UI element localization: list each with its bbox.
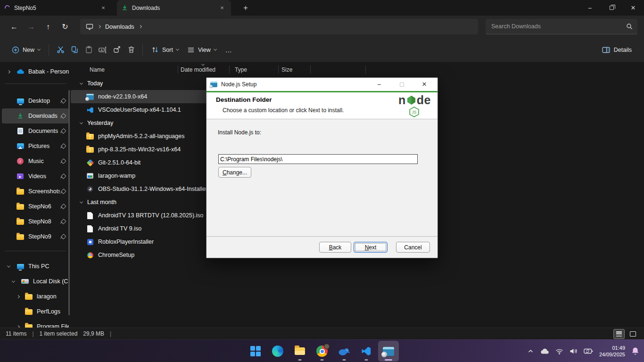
chrome-taskbar-button[interactable] — [312, 341, 332, 362]
dialog-minimize-button[interactable]: − — [370, 78, 388, 90]
close-button[interactable]: × — [622, 0, 644, 16]
pin-icon — [58, 173, 66, 180]
column-divider[interactable] — [310, 66, 311, 74]
tab-close-icon[interactable]: × — [99, 4, 107, 11]
tab-close-icon[interactable]: × — [218, 4, 226, 11]
details-label: Details — [614, 47, 632, 53]
sidebar-item-this-pc[interactable]: This PC — [2, 259, 69, 274]
selection-size: 29,9 MB — [83, 330, 104, 337]
cut-button[interactable] — [53, 43, 67, 57]
search-box[interactable] — [486, 19, 637, 34]
sidebar-item-downloads[interactable]: Downloads — [2, 108, 69, 123]
sidebar-scrollbar[interactable] — [68, 90, 70, 315]
start-button[interactable] — [245, 341, 266, 362]
copy-button[interactable] — [67, 43, 82, 57]
dialog-body: Install Node.js to: Change... — [206, 119, 438, 237]
dialog-close-button[interactable]: × — [415, 78, 434, 90]
dialog-title-bar[interactable]: Node.js Setup − × — [206, 78, 438, 91]
column-header-size[interactable]: Size — [281, 66, 292, 73]
details-view-icon — [616, 331, 622, 337]
refresh-button[interactable]: ↻ — [57, 19, 74, 35]
chevron-down-icon[interactable] — [7, 264, 10, 267]
sidebar-item-laragon[interactable]: laragon — [2, 289, 69, 304]
new-tab-button[interactable]: + — [238, 0, 254, 16]
onedrive-tray-icon[interactable] — [540, 348, 549, 354]
iso-file-icon — [86, 212, 94, 219]
destination-path-input[interactable] — [218, 154, 418, 164]
column-header-date-modified[interactable]: Date modified — [181, 66, 215, 73]
msi-installer-icon — [86, 94, 94, 100]
change-button[interactable]: Change... — [218, 167, 251, 178]
vscode-taskbar-button[interactable] — [356, 341, 377, 362]
back-button[interactable]: ← — [6, 19, 23, 35]
up-button[interactable]: ↑ — [40, 19, 57, 35]
clock[interactable]: 01:49 24/09/2025 — [599, 345, 625, 358]
file-explorer-taskbar-button[interactable] — [289, 341, 310, 362]
column-header-type[interactable]: Type — [235, 66, 247, 73]
sidebar-item-videos[interactable]: Videos — [2, 169, 69, 184]
wifi-icon[interactable] — [555, 348, 563, 354]
notification-bell-icon[interactable] — [631, 347, 639, 355]
sidebar-item-pictures[interactable]: Pictures — [2, 139, 69, 154]
pin-icon — [58, 112, 66, 120]
tab-stepno5[interactable]: StepNo5 × — [0, 0, 112, 16]
column-divider[interactable] — [178, 66, 178, 74]
minimize-button[interactable]: − — [579, 0, 601, 16]
dialog-header: Destination Folder Choose a custom locat… — [206, 92, 438, 119]
sidebar-item-stepno8[interactable]: StepNo8 — [2, 214, 69, 229]
column-header-name[interactable]: Name — [90, 66, 105, 73]
column-divider[interactable] — [229, 66, 230, 74]
sidebar-item-stepno9[interactable]: StepNo9 — [2, 229, 69, 244]
next-button[interactable]: Next — [354, 242, 388, 253]
music-icon — [16, 158, 25, 165]
column-headers: Name Date modified Type Size — [71, 62, 644, 77]
column-divider[interactable] — [365, 66, 366, 74]
edge-taskbar-button[interactable] — [267, 341, 288, 362]
volume-icon[interactable] — [570, 348, 578, 354]
chevron-down-icon[interactable] — [80, 200, 83, 203]
divider — [49, 44, 49, 56]
breadcrumb[interactable]: Downloads — [80, 19, 478, 34]
download-icon — [16, 113, 25, 119]
paste-icon — [85, 46, 93, 54]
chevron-down-icon[interactable] — [80, 121, 83, 124]
sidebar-item-stepno6[interactable]: StepNo6 — [2, 199, 69, 214]
tray-time: 01:49 — [612, 345, 625, 351]
share-button[interactable] — [110, 43, 124, 57]
sort-button[interactable]: Sort — [147, 43, 183, 57]
sidebar-item-documents[interactable]: Documents — [2, 123, 69, 139]
sidebar-item-screenshots[interactable]: Screenshots — [2, 184, 69, 199]
delete-button[interactable] — [124, 43, 138, 57]
details-pane-button[interactable]: Details — [597, 44, 636, 56]
chevron-down-icon[interactable] — [12, 279, 15, 282]
laragon-taskbar-button[interactable] — [334, 341, 355, 362]
sidebar-item-music[interactable]: Music — [2, 154, 69, 169]
details-view-button[interactable] — [613, 329, 625, 339]
sidebar-item-desktop[interactable]: Desktop — [2, 93, 69, 108]
chevron-down-icon[interactable] — [80, 81, 83, 84]
sidebar-item-label: Babak - Persona — [28, 68, 69, 75]
column-divider[interactable] — [278, 66, 279, 74]
back-button[interactable]: Back — [319, 242, 351, 253]
view-button[interactable]: View — [183, 43, 221, 57]
thumbnail-view-button[interactable] — [627, 329, 638, 339]
tab-downloads[interactable]: Downloads × — [117, 0, 231, 16]
more-options-button[interactable]: … — [221, 46, 237, 54]
nodejs-installer-taskbar-button[interactable] — [378, 341, 399, 362]
new-button[interactable]: New — [8, 43, 44, 57]
search-input[interactable] — [490, 23, 626, 30]
explorer-tab-bar: StepNo5 × Downloads × + − × — [0, 0, 644, 16]
cancel-button[interactable]: Cancel — [396, 242, 430, 253]
restore-button[interactable] — [601, 0, 622, 16]
sidebar-item-perflogs[interactable]: PerfLogs — [2, 304, 69, 319]
sidebar-item-local-disk-c[interactable]: Local Disk (C:) — [2, 274, 69, 289]
breadcrumb-item-downloads[interactable]: Downloads — [105, 24, 134, 30]
rename-button[interactable]: A — [96, 43, 110, 57]
msi-installer-icon — [383, 347, 394, 356]
svg-text:JS: JS — [412, 110, 417, 115]
dialog-title: Node.js Setup — [221, 81, 366, 88]
tray-chevron-up-icon[interactable] — [528, 349, 534, 354]
sidebar-item-onedrive[interactable]: Babak - Persona — [2, 65, 69, 79]
battery-icon[interactable] — [584, 348, 593, 354]
chevron-right-icon[interactable] — [17, 295, 20, 298]
